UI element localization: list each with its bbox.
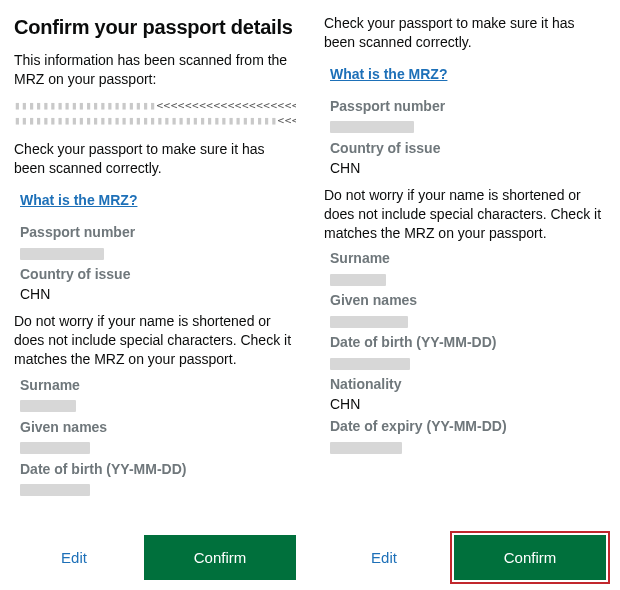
passport-number-label: Passport number bbox=[20, 224, 296, 240]
country-of-issue-value: CHN bbox=[20, 286, 296, 302]
page-title: Confirm your passport details bbox=[14, 16, 296, 39]
passport-number-value bbox=[20, 244, 296, 260]
nationality-value: CHN bbox=[330, 396, 606, 412]
dob-label: Date of birth (YY-MM-DD) bbox=[330, 334, 606, 350]
confirm-button[interactable]: Confirm bbox=[144, 535, 296, 580]
edit-button[interactable]: Edit bbox=[14, 537, 134, 578]
left-scroll-content: Confirm your passport details This infor… bbox=[14, 16, 296, 525]
right-scroll-content: Check your passport to make sure it has … bbox=[324, 14, 606, 525]
check-instruction: Check your passport to make sure it has … bbox=[324, 14, 606, 52]
right-screen: Check your passport to make sure it has … bbox=[310, 0, 620, 590]
given-names-value bbox=[330, 312, 606, 328]
intro-text: This information has been scanned from t… bbox=[14, 51, 296, 89]
surname-label: Surname bbox=[330, 250, 606, 266]
dob-label: Date of birth (YY-MM-DD) bbox=[20, 461, 296, 477]
given-names-value bbox=[20, 439, 296, 455]
surname-value bbox=[20, 397, 296, 413]
dob-value bbox=[330, 354, 606, 370]
button-bar: Edit Confirm bbox=[14, 525, 296, 580]
mrz-info-link[interactable]: What is the MRZ? bbox=[20, 192, 137, 208]
country-of-issue-value: CHN bbox=[330, 160, 606, 176]
passport-number-value bbox=[330, 118, 606, 134]
confirm-button[interactable]: Confirm bbox=[454, 535, 606, 580]
surname-value bbox=[330, 270, 606, 286]
country-of-issue-label: Country of issue bbox=[330, 140, 606, 156]
name-note: Do not worry if your name is shortened o… bbox=[324, 186, 606, 243]
edit-button[interactable]: Edit bbox=[324, 537, 444, 578]
expiry-label: Date of expiry (YY-MM-DD) bbox=[330, 418, 606, 434]
passport-number-label: Passport number bbox=[330, 98, 606, 114]
given-names-label: Given names bbox=[330, 292, 606, 308]
button-bar: Edit Confirm bbox=[324, 525, 606, 580]
name-note: Do not worry if your name is shortened o… bbox=[14, 312, 296, 369]
check-instruction: Check your passport to make sure it has … bbox=[14, 140, 296, 178]
mrz-preview: ▮▮▮▮▮▮▮▮▮▮▮▮▮▮▮▮▮▮▮▮<<<<<<<<<<<<<<<<<<<<… bbox=[14, 99, 296, 129]
surname-label: Surname bbox=[20, 377, 296, 393]
given-names-label: Given names bbox=[20, 419, 296, 435]
nationality-label: Nationality bbox=[330, 376, 606, 392]
mrz-info-link[interactable]: What is the MRZ? bbox=[330, 66, 447, 82]
country-of-issue-label: Country of issue bbox=[20, 266, 296, 282]
dob-value bbox=[20, 481, 296, 497]
left-screen: Confirm your passport details This infor… bbox=[0, 0, 310, 590]
expiry-value bbox=[330, 438, 606, 454]
